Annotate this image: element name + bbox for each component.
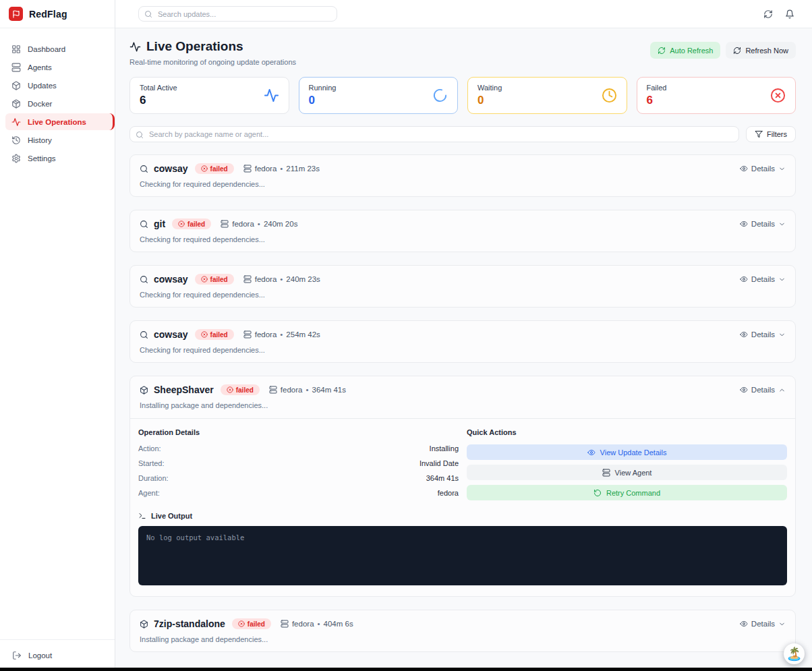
sidebar-item-agents[interactable]: Agents: [5, 59, 109, 76]
funnel-icon: [755, 130, 763, 138]
view-update-details-button[interactable]: View Update Details: [467, 444, 787, 460]
brand: RedFlag: [0, 0, 115, 28]
eye-icon: [740, 620, 748, 628]
stat-card-total-active: Total Active6: [129, 77, 289, 114]
operation-name: SheepShaver: [154, 384, 214, 395]
operation-card-sheepshaver: SheepShaver failed fedora • 364m 41s: [129, 376, 796, 597]
operation-name: 7zip-standalone: [154, 618, 225, 629]
retry-command-button[interactable]: Retry Command: [467, 485, 787, 500]
circle-x-icon: [770, 88, 786, 103]
operation-meta: fedora • 254m 42s: [243, 330, 320, 339]
eye-icon: [740, 220, 748, 228]
sidebar-item-live-operations[interactable]: Live Operations: [5, 113, 115, 130]
server-icon: [281, 620, 289, 628]
refresh-cw-icon: [733, 47, 741, 55]
view-agent-button[interactable]: View Agent: [467, 465, 787, 480]
logout-icon: [12, 651, 22, 660]
operations-list: cowsay failed fedora • 211m 23s: [129, 154, 796, 652]
search-icon: [144, 10, 152, 18]
server-icon: [269, 386, 277, 394]
sidebar-item-label: Updates: [28, 82, 57, 90]
chevron-up-icon: [778, 386, 786, 394]
server-icon: [602, 469, 610, 477]
operation-expanded-panel: Operation Details Action: Installing Sta…: [130, 418, 795, 588]
sidebar-item-updates[interactable]: Updates: [5, 77, 109, 94]
operation-card-git: git failed fedora • 240m 20s: [129, 210, 796, 252]
main-area: Live Operations Real-time monitoring of …: [115, 0, 812, 671]
eye-icon: [587, 448, 596, 457]
details-button[interactable]: Details: [740, 165, 786, 173]
detail-row-agent: Agent: fedora: [138, 489, 459, 497]
package-icon: [140, 386, 148, 395]
logout-label: Logout: [28, 651, 52, 660]
gear-icon: [11, 154, 21, 163]
operation-meta: fedora • 404m 6s: [281, 620, 353, 628]
brand-name: RedFlag: [29, 9, 67, 20]
sidebar-item-history[interactable]: History: [5, 132, 109, 148]
activity-icon: [264, 88, 279, 103]
activity-icon: [11, 117, 21, 127]
chevron-down-icon: [778, 165, 786, 173]
ops-search-input[interactable]: [129, 126, 739, 142]
quick-actions-section: Quick Actions View Update Details View A…: [467, 428, 787, 505]
circle-x-icon: [227, 386, 233, 393]
bell-icon[interactable]: [785, 9, 794, 19]
refresh-icon[interactable]: [763, 9, 773, 19]
operation-message: Installing package and dependencies...: [130, 635, 795, 643]
package-icon: [11, 81, 21, 90]
stat-card-failed: Failed6: [637, 77, 796, 114]
agent-name: fedora: [255, 330, 277, 339]
sidebar-item-label: Agents: [28, 63, 52, 71]
sidebar-item-label: Settings: [28, 154, 56, 163]
agent-name: fedora: [292, 620, 314, 628]
head-actions: Auto Refresh Refresh Now: [650, 42, 796, 59]
bottom-edge-bar: [0, 668, 812, 671]
circle-x-icon: [201, 276, 208, 283]
global-search-input[interactable]: [138, 6, 337, 22]
operation-name: cowsay: [154, 274, 188, 285]
search-icon: [140, 165, 148, 173]
operation-message: Installing package and dependencies...: [130, 401, 795, 409]
clock-icon: [602, 88, 617, 103]
duration: 240m 20s: [264, 220, 298, 228]
stats-row: Total Active6 Running0 Waiting0 Failed6: [129, 77, 796, 114]
operation-card-cowsay-3: cowsay failed fedora • 254m 42s: [129, 320, 796, 363]
server-icon: [243, 165, 252, 173]
details-button[interactable]: Details: [740, 275, 786, 283]
refresh-now-button[interactable]: Refresh Now: [726, 42, 796, 59]
live-output-header: Live Output: [138, 512, 787, 520]
status-badge: failed: [221, 384, 260, 395]
sidebar-item-settings[interactable]: Settings: [5, 150, 109, 167]
live-output-terminal: No log output available: [138, 526, 787, 585]
package-icon: [11, 99, 21, 109]
stat-card-running: Running0: [299, 77, 459, 114]
flag-icon: [12, 10, 20, 18]
detail-row-action: Action: Installing: [138, 444, 459, 453]
sidebar-footer: Logout: [0, 639, 115, 671]
details-button[interactable]: Details: [740, 330, 786, 339]
operation-meta: fedora • 364m 41s: [269, 386, 346, 394]
auto-refresh-button[interactable]: Auto Refresh: [650, 42, 720, 59]
status-badge: failed: [172, 218, 211, 229]
dashboard-grid-icon: [11, 45, 21, 54]
search-icon: [140, 275, 148, 284]
sidebar-item-docker[interactable]: Docker: [5, 95, 109, 112]
spinner-icon: [432, 88, 448, 103]
sidebar-item-dashboard[interactable]: Dashboard: [5, 40, 109, 57]
sidebar-item-label: History: [28, 136, 52, 144]
details-button[interactable]: Details: [740, 386, 786, 394]
circle-x-icon: [238, 620, 245, 627]
server-icon: [243, 330, 252, 339]
duration: 404m 6s: [324, 620, 353, 628]
logout-button[interactable]: Logout: [12, 651, 52, 660]
details-button[interactable]: Details: [740, 220, 786, 228]
package-icon: [140, 620, 148, 629]
details-button[interactable]: Details: [740, 620, 786, 628]
status-badge: failed: [232, 618, 271, 629]
island-emoji-fab[interactable]: 🏝️: [784, 643, 805, 664]
operation-meta: fedora • 240m 23s: [243, 275, 320, 283]
page-subtitle: Real-time monitoring of ongoing update o…: [129, 58, 296, 66]
server-icon: [11, 63, 21, 72]
activity-icon: [129, 41, 141, 53]
filters-button[interactable]: Filters: [746, 126, 796, 142]
